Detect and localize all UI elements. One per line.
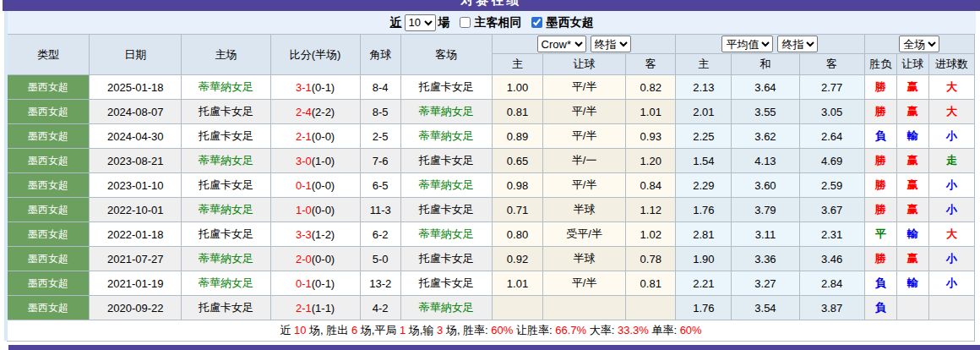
halftime-score: (0-0) [312, 204, 335, 216]
col-euro-draw: 和 [732, 54, 799, 75]
section-title: 对赛往绩 [3, 0, 980, 8]
halftime-score: (1-0) [312, 155, 335, 167]
euro-stage-select[interactable]: 终指 [777, 36, 818, 52]
score-cell: 0-1(0-0) [270, 173, 360, 198]
halftime-score: (1-1) [312, 302, 335, 314]
col-home: 主场 [182, 35, 270, 75]
corner-cell: 8-5 [360, 100, 400, 124]
fulltime-score: 2-0 [296, 253, 312, 265]
euro-draw-odds-cell: 3.36 [732, 247, 799, 271]
table-row: 墨西女超2021-01-19蒂華納女足0-1(0-1)13-2托盧卡女足1.01… [8, 271, 975, 296]
halftime-score: (0-1) [312, 277, 335, 290]
date-cell: 2022-01-18 [90, 222, 182, 247]
asia-line-cell [543, 296, 626, 320]
asia-home-odds-cell [492, 296, 542, 320]
bottom-section-bar [8, 345, 980, 350]
euro-home-odds-cell: 2.29 [676, 173, 732, 198]
league-cell: 墨西女超 [8, 100, 90, 124]
asia-line-cell: 半球 [543, 247, 626, 271]
score-cell: 3-1(0-1) [270, 75, 360, 100]
odds-company-select[interactable]: Crow* [537, 36, 586, 52]
result-goals-cell: 大 [928, 100, 974, 124]
same-venue-label[interactable]: 主客相同 [475, 15, 522, 30]
table-row: 墨西女超2024-08-07托盧卡女足2-4(2-2)8-5蒂華納女足0.81平… [8, 100, 975, 124]
score-cell: 3-0(1-0) [270, 149, 360, 173]
col-result-handicap: 让球 [896, 54, 928, 75]
result-wdl-cell: 負 [864, 271, 896, 296]
away-team-cell: 蒂華納女足 [400, 296, 492, 320]
asia-away-odds-cell: 1.02 [626, 222, 676, 247]
result-wdl-cell: 勝 [864, 100, 896, 124]
fulltime-score: 3-3 [296, 228, 312, 241]
league-filter-checkbox[interactable] [531, 17, 542, 28]
table-row: 墨西女超2022-01-18托盧卡女足3-3(1-2)6-2蒂華納女足0.80受… [8, 222, 975, 247]
result-handicap-cell: 赢 [896, 247, 928, 271]
away-team-cell: 托盧卡女足 [400, 198, 492, 222]
table-row: 墨西女超2020-09-22托盧卡女足2-1(1-1)4-2蒂華納女足1.763… [8, 296, 975, 320]
asia-line-cell: 半球 [543, 198, 626, 222]
home-team-cell: 托盧卡女足 [182, 124, 270, 149]
table-row: 墨西女超2023-08-21蒂華納女足3-0(1-0)7-6托盧卡女足0.65半… [8, 149, 975, 173]
asia-away-odds-cell: 0.84 [626, 173, 676, 198]
result-wdl-cell: 勝 [864, 149, 896, 173]
away-team-cell: 蒂華納女足 [400, 124, 492, 149]
recent-count-select[interactable]: 10 [405, 14, 436, 31]
fulltime-score: 1-0 [296, 204, 312, 216]
col-euro-away: 客 [799, 54, 864, 75]
euro-away-odds-cell: 2.59 [799, 173, 864, 198]
corner-cell: 5-0 [360, 247, 400, 271]
asia-line-cell: 平/半 [543, 124, 626, 149]
date-cell: 2025-01-18 [90, 75, 182, 100]
euro-away-odds-cell: 4.69 [799, 149, 864, 173]
corner-cell: 7-6 [360, 149, 400, 173]
summary-stat-value: 33.3% [618, 324, 649, 336]
home-team-cell: 蒂華納女足 [182, 271, 270, 296]
halftime-score: (1-2) [312, 228, 335, 241]
asia-stage-select[interactable]: 终指 [591, 36, 631, 52]
date-cell: 2021-07-27 [90, 247, 182, 271]
league-filter-label[interactable]: 墨西女超 [547, 15, 594, 30]
euro-value-select[interactable]: 平均值 [721, 36, 773, 52]
euro-draw-odds-cell: 3.79 [732, 198, 799, 222]
euro-home-odds-cell: 1.76 [676, 296, 732, 320]
col-away: 客场 [400, 35, 492, 75]
asia-away-odds-cell: 0.93 [626, 124, 676, 149]
fulltime-score: 3-1 [296, 81, 312, 94]
halftime-score: (0-0) [312, 179, 335, 192]
home-team-cell: 蒂華納女足 [182, 149, 270, 173]
result-handicap-cell: 赢 [896, 198, 928, 222]
summary-stat-label: 场,输 [406, 324, 437, 336]
col-asia-away: 客 [626, 54, 676, 75]
home-team-cell: 蒂華納女足 [182, 198, 270, 222]
same-venue-checkbox[interactable] [460, 17, 471, 28]
asia-away-odds-cell: 0.82 [626, 75, 676, 100]
table-row: 墨西女超2023-01-10托盧卡女足0-1(0-0)6-5蒂華納女足0.98平… [8, 173, 975, 198]
asia-away-odds-cell: 1.20 [626, 149, 676, 173]
asia-away-odds-cell: 0.78 [626, 247, 676, 271]
euro-away-odds-cell: 3.87 [799, 296, 864, 320]
scope-select[interactable]: 全场 [899, 36, 939, 52]
league-cell: 墨西女超 [8, 271, 90, 296]
asia-line-cell: 半/一 [543, 149, 626, 173]
asia-home-odds-cell: 0.65 [492, 149, 542, 173]
result-handicap-cell: 輸 [896, 271, 928, 296]
home-team-cell: 托盧卡女足 [182, 222, 270, 247]
col-asia-line: 让球 [543, 54, 626, 75]
summary-stat-label: 大率: [586, 324, 618, 336]
euro-away-odds-cell: 3.67 [799, 198, 864, 222]
date-cell: 2024-04-30 [90, 124, 182, 149]
halftime-score: (0-0) [312, 253, 335, 265]
games-label: 場 [438, 15, 450, 30]
summary-stat-value: 10 [294, 324, 306, 336]
recent-link[interactable]: 近 [390, 15, 402, 30]
home-team-cell: 托盧卡女足 [182, 173, 270, 198]
corner-cell: 4-2 [360, 296, 400, 320]
history-rows: 墨西女超2025-01-18蒂華納女足3-1(0-1)8-4托盧卡女足1.00平… [8, 75, 975, 320]
asia-line-cell: 平/半 [543, 271, 626, 296]
away-team-cell: 蒂華納女足 [400, 173, 492, 198]
result-wdl-cell: 勝 [864, 75, 896, 100]
league-cell: 墨西女超 [8, 124, 90, 149]
score-cell: 3-3(1-2) [270, 222, 360, 247]
summary-stat-label: 单率: [649, 324, 680, 336]
home-team-cell: 蒂華納女足 [182, 247, 270, 271]
